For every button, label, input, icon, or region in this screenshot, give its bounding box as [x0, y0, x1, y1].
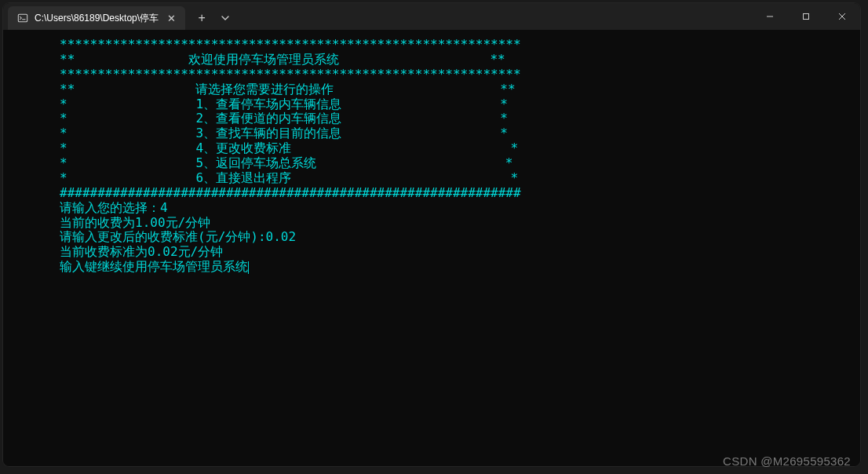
terminal-line: * 4、更改收费标准 * [60, 141, 849, 156]
terminal-cursor [248, 261, 249, 274]
terminal-line: ** 请选择您需要进行的操作 ** [60, 82, 849, 97]
tab-close-button[interactable]: ✕ [165, 12, 177, 24]
terminal-line: ** 欢迎使用停车场管理员系统 ** [60, 53, 849, 67]
terminal-line: ****************************************… [60, 38, 849, 53]
terminal-line: ****************************************… [60, 67, 849, 82]
terminal-icon [17, 13, 28, 24]
tab-dropdown-button[interactable] [213, 6, 237, 30]
terminal-line: ########################################… [60, 186, 849, 201]
new-tab-button[interactable]: + [190, 6, 213, 30]
terminal-line: * 3、查找车辆的目前的信息 * [60, 126, 849, 141]
terminal-line: 输入键继续使用停车场管理员系统 [60, 260, 849, 275]
terminal-line: 当前的收费为1.00元/分钟 [60, 216, 849, 231]
maximize-button[interactable] [788, 3, 824, 30]
terminal-line: * 2、查看便道的内车辆信息 * [60, 111, 849, 126]
terminal-content[interactable]: ****************************************… [3, 30, 860, 466]
svg-rect-0 [18, 14, 27, 22]
terminal-line: * 6、直接退出程序 * [60, 171, 849, 186]
terminal-line: * 1、查看停车场内车辆信息 * [60, 97, 849, 112]
close-window-button[interactable] [824, 3, 860, 30]
tab-title: C:\Users\86189\Desktop\停车 [35, 12, 159, 25]
terminal-tab[interactable]: C:\Users\86189\Desktop\停车 ✕ [8, 6, 185, 30]
svg-rect-1 [804, 14, 809, 20]
titlebar-spacer [237, 3, 752, 30]
window-controls [752, 3, 860, 30]
terminal-line: 请输入您的选择：4 [60, 201, 849, 216]
terminal-line: 请输入更改后的收费标准(元/分钟):0.02 [60, 230, 849, 245]
watermark-text: CSDN @M2695595362 [723, 454, 851, 468]
titlebar: C:\Users\86189\Desktop\停车 ✕ + [3, 3, 860, 30]
terminal-window: C:\Users\86189\Desktop\停车 ✕ + **********… [3, 3, 860, 466]
terminal-line: * 5、返回停车场总系统 * [60, 156, 849, 171]
minimize-button[interactable] [752, 3, 788, 30]
terminal-line: 当前收费标准为0.02元/分钟 [60, 245, 849, 260]
